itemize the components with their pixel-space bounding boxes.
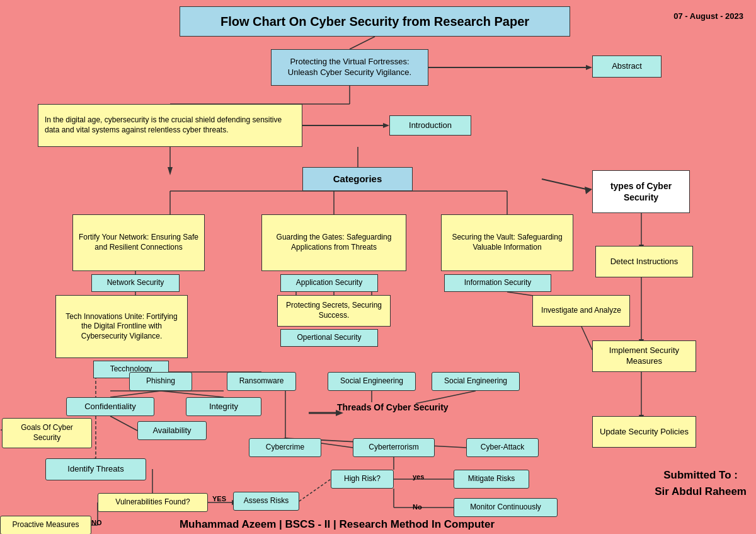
app-text-box: Guarding the Gates: Safeguarding Applica…	[261, 214, 406, 271]
cybercrime-text: Cybercrime	[266, 443, 304, 453]
op-text-box: Protecting Secrets, Securing Success.	[277, 295, 391, 327]
svg-line-0	[350, 37, 375, 49]
app-text: Guarding the Gates: Safeguarding Applica…	[267, 233, 401, 252]
confidentiality-text: Confidentiality	[84, 402, 136, 412]
abstract-box: Abstract	[592, 55, 662, 78]
title-box: Flow Chart On Cyber Security from Resear…	[180, 6, 570, 37]
tech-text-box: Tech Innovations Unite: Fortifying the D…	[55, 295, 188, 358]
introduction-box: Introduction	[389, 115, 471, 136]
social-engineering-1-box: Social Engineering	[328, 372, 416, 391]
confidentiality-box: Confidentiality	[66, 397, 154, 416]
svg-line-15	[542, 179, 586, 189]
svg-line-36	[161, 391, 224, 397]
network-text-box: Fortify Your Network: Ensuring Safe and …	[72, 214, 205, 271]
integrity-text: Integrity	[209, 402, 238, 412]
vuln-text: Vulnerabilities Found?	[115, 497, 190, 508]
network-label-box: Network Security	[91, 274, 180, 292]
svg-line-64	[299, 479, 331, 501]
identify-threats-box: Identify Threats	[45, 458, 146, 480]
no-pm-label: NO	[91, 519, 102, 526]
introduction-text: Introduction	[409, 120, 452, 131]
svg-line-35	[110, 391, 161, 397]
submitted-box: Submitted To : Sir Abdul Raheem	[655, 467, 747, 499]
intro-text: In the digital age, cybersecurity is the…	[45, 115, 295, 135]
ransomware-box: Ransomware	[227, 372, 296, 391]
ransomware-text: Ransomware	[239, 376, 284, 386]
virtual-fortresses-box: Protecting the Virtual Fortresses: Unlea…	[271, 49, 428, 86]
assess-text: Assess Risks	[244, 496, 289, 506]
app-label-box: Application Security	[280, 274, 378, 292]
network-label: Network Security	[107, 278, 164, 288]
monitor-text: Monitor Continuously	[470, 502, 541, 513]
yes2-label: yes	[413, 473, 424, 480]
title-text: Flow Chart On Cyber Security from Resear…	[220, 13, 529, 30]
social2-text: Social Engineering	[444, 376, 507, 386]
social1-text: Social Engineering	[340, 376, 403, 386]
abstract-text: Abstract	[612, 61, 642, 72]
implement-text: Implement Security Measures	[598, 345, 690, 367]
info-label-box: Information Security	[444, 274, 551, 292]
bottom-text: Muhammad Azeem | BSCS - II | Research Me…	[117, 518, 558, 531]
identify-text: Identify Threats	[67, 464, 123, 475]
update-text: Update Security Policies	[600, 427, 689, 438]
social-engineering-2-box: Social Engineering	[432, 372, 520, 391]
virtual-fortresses-text: Protecting the Virtual Fortresses: Unlea…	[277, 57, 423, 78]
highrisk-text: High Risk?	[344, 474, 381, 484]
svg-line-45	[416, 391, 476, 403]
availability-box: Availability	[137, 421, 207, 440]
info-text: Securing the Vault: Safeguarding Valuabl…	[447, 233, 568, 252]
threads-label: Threads Of Cyber Security	[337, 402, 488, 424]
info-text-box: Securing the Vault: Safeguarding Valuabl…	[441, 214, 573, 271]
proactive-measures-box: Proactive Measures	[0, 516, 91, 534]
svg-marker-16	[585, 187, 592, 194]
categories-box: Categories	[302, 167, 413, 191]
detect-box: Detect Instructions	[595, 246, 693, 277]
categories-text: Categories	[333, 173, 382, 185]
availability-text: Availability	[152, 426, 191, 436]
assess-risks-box: Assess Risks	[233, 492, 299, 511]
svg-line-41	[110, 416, 137, 431]
goals-box: Goals Of Cyber Security	[2, 418, 92, 448]
svg-marker-2	[586, 65, 592, 70]
monitor-continuously-box: Monitor Continuously	[454, 498, 558, 517]
no2-label: No	[413, 503, 422, 511]
cybercrime-box: Cybercrime	[249, 438, 321, 457]
mitigate-risks-box: Mitigate Risks	[454, 470, 529, 489]
mitigate-text: Mitigate Risks	[468, 474, 515, 484]
proactive-text: Proactive Measures	[12, 520, 79, 530]
update-box: Update Security Policies	[592, 416, 696, 448]
date-label: 07 - August - 2023	[673, 11, 743, 21]
yes-label: YES	[212, 495, 226, 502]
high-risk-box: High Risk?	[331, 470, 394, 489]
implement-box: Implement Security Measures	[592, 340, 696, 372]
svg-marker-7	[383, 123, 389, 128]
submitted-text: Submitted To : Sir Abdul Raheem	[655, 469, 747, 497]
op-label-box: Opertional Security	[280, 329, 378, 347]
tech-text: Tech Innovations Unite: Fortifying the D…	[61, 312, 182, 342]
svg-marker-9	[168, 167, 173, 175]
info-label: Information Security	[464, 278, 532, 288]
phishing-text: Phishing	[146, 376, 175, 386]
app-label: Application Security	[296, 278, 362, 288]
svg-line-31	[581, 327, 592, 350]
types-cyber-text: types of Cyber Security	[598, 180, 684, 203]
cyberattack-box: Cyber-Attack	[466, 438, 539, 457]
vulnerabilities-found-box: Vulnerabilities Found?	[98, 493, 208, 512]
op-text: Protecting Secrets, Securing Success.	[283, 301, 385, 320]
intro-text-box: In the digital age, cybersecurity is the…	[38, 104, 302, 147]
investigate-box: Investigate and Analyze	[532, 295, 630, 327]
cyberterrorism-box: Cyberterrorism	[353, 438, 435, 457]
phishing-box: Phishing	[129, 372, 192, 391]
network-text: Fortify Your Network: Ensuring Safe and …	[78, 233, 199, 252]
investigate-text: Investigate and Analyze	[541, 306, 621, 316]
detect-text: Detect Instructions	[610, 257, 679, 267]
types-cyber-box: types of Cyber Security	[592, 170, 690, 213]
cyberattack-text: Cyber-Attack	[481, 443, 524, 453]
op-label: Opertional Security	[297, 333, 361, 343]
integrity-box: Integrity	[186, 397, 261, 416]
goals-text: Goals Of Cyber Security	[8, 423, 86, 443]
cyberterrorism-text: Cyberterrorism	[369, 443, 418, 453]
threads-label-text: Threads Of Cyber Security	[337, 402, 449, 412]
